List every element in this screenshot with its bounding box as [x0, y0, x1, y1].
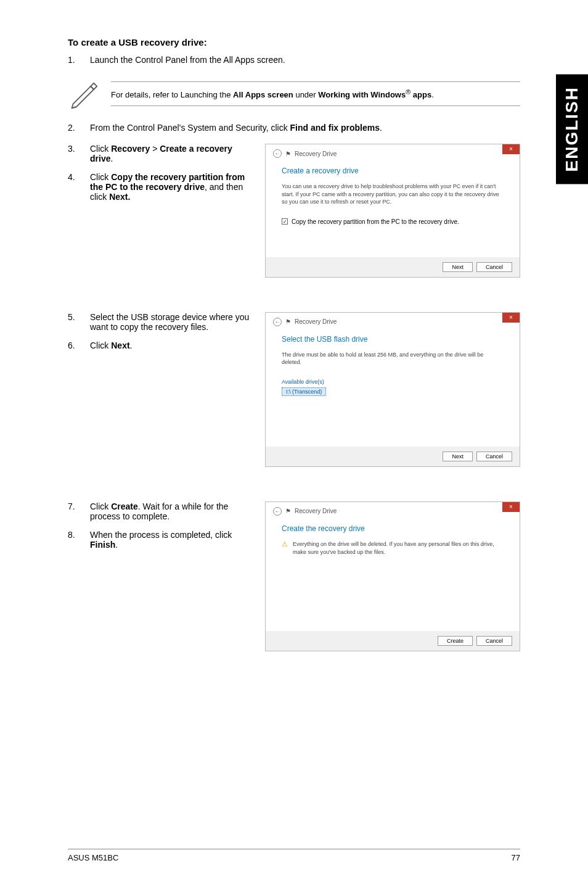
step-2-text: From the Control Panel's System and Secu… [90, 123, 520, 133]
steps-5-6-block: 5. Select the USB storage device where y… [68, 312, 520, 467]
next-button[interactable]: Next [443, 262, 473, 272]
drive-item[interactable]: I:\ (Transcend) [282, 387, 326, 396]
step-6-number: 6. [68, 340, 90, 350]
step-4-number: 4. [68, 172, 90, 202]
step-7: 7. Click Create. Wait for a while for th… [68, 501, 253, 521]
dialog-create-the-recovery-drive: × ← ⚑ Recovery Drive Create the recovery… [265, 501, 520, 651]
step-8: 8. When the process is completed, click … [68, 530, 253, 550]
close-icon[interactable]: × [502, 144, 520, 154]
dialog-title: Create the recovery drive [282, 524, 504, 533]
step-4: 4. Click Copy the recovery partition fro… [68, 172, 253, 202]
page-footer: ASUS M51BC 77 [68, 849, 520, 862]
dialog-title: Select the USB flash drive [282, 335, 504, 344]
dialog-header: ← ⚑ Recovery Drive [266, 144, 520, 163]
step-5: 5. Select the USB storage device where y… [68, 312, 253, 332]
steps-3-4-block: 3. Click Recovery > Create a recovery dr… [68, 144, 520, 278]
step-3: 3. Click Recovery > Create a recovery dr… [68, 144, 253, 163]
dialog-create-recovery-drive: × ← ⚑ Recovery Drive Create a recovery d… [265, 144, 520, 278]
step-2-number: 2. [68, 123, 90, 133]
sidebar-english-tab: ENGLISH [556, 74, 588, 184]
dialog-text: The drive must be able to hold at least … [282, 351, 504, 366]
note-row: For details, refer to Launching the All … [68, 76, 520, 112]
section-title: To create a USB recovery drive: [68, 37, 520, 47]
step-7-number: 7. [68, 501, 90, 521]
cancel-button[interactable]: Cancel [476, 452, 512, 461]
step-6-text: Click Next. [90, 340, 253, 350]
flag-icon: ⚑ [285, 318, 291, 325]
step-5-number: 5. [68, 312, 90, 332]
step-8-text: When the process is completed, click Fin… [90, 530, 253, 550]
steps-7-8-block: 7. Click Create. Wait for a while for th… [68, 501, 520, 651]
step-8-number: 8. [68, 530, 90, 550]
step-6: 6. Click Next. [68, 340, 253, 350]
step-1-number: 1. [68, 55, 90, 65]
available-drives-label: Available drive(s) [282, 379, 504, 385]
dialog-breadcrumb: Recovery Drive [295, 508, 337, 514]
step-4-text: Click Copy the recovery partition from t… [90, 172, 253, 202]
step-3-number: 3. [68, 144, 90, 163]
dialog-text: You can use a recovery drive to help tro… [282, 183, 504, 206]
flag-icon: ⚑ [285, 508, 291, 514]
page-content: To create a USB recovery drive: 1. Launc… [0, 0, 588, 676]
cancel-button[interactable]: Cancel [476, 636, 512, 646]
copy-partition-checkbox[interactable]: ✓ Copy the recovery partition from the P… [282, 218, 504, 225]
back-icon[interactable]: ← [273, 149, 282, 158]
note-text: For details, refer to Launching the All … [111, 81, 520, 106]
dialog-select-usb-drive: × ← ⚑ Recovery Drive Select the USB flas… [265, 312, 520, 467]
dialog-breadcrumb: Recovery Drive [295, 318, 337, 325]
step-1-text: Launch the Control Panel from the All Ap… [90, 55, 520, 65]
checkbox-label: Copy the recovery partition from the PC … [292, 218, 459, 225]
step-7-text: Click Create. Wait for a while for the p… [90, 501, 253, 521]
create-button[interactable]: Create [438, 636, 473, 646]
checkbox-icon: ✓ [282, 218, 288, 225]
warning-icon: ⚠ [282, 540, 288, 548]
back-icon[interactable]: ← [273, 318, 282, 326]
close-icon[interactable]: × [502, 313, 520, 323]
close-icon[interactable]: × [502, 502, 520, 512]
dialog-header: ← ⚑ Recovery Drive [266, 502, 520, 521]
step-3-text: Click Recovery > Create a recovery drive… [90, 144, 253, 163]
dialog-header: ← ⚑ Recovery Drive [266, 313, 520, 331]
footer-page-number: 77 [512, 853, 520, 862]
step-1: 1. Launch the Control Panel from the All… [68, 55, 520, 65]
dialog-title: Create a recovery drive [282, 167, 504, 175]
cancel-button[interactable]: Cancel [476, 262, 512, 272]
flag-icon: ⚑ [285, 151, 291, 157]
back-icon[interactable]: ← [273, 507, 282, 516]
step-2: 2. From the Control Panel's System and S… [68, 123, 520, 133]
footer-product: ASUS M51BC [68, 853, 118, 862]
step-5-text: Select the USB storage device where you … [90, 312, 253, 332]
warning-text: Everything on the drive will be deleted.… [293, 540, 504, 556]
pencil-icon [68, 76, 111, 112]
next-button[interactable]: Next [443, 452, 473, 461]
dialog-breadcrumb: Recovery Drive [295, 151, 337, 157]
